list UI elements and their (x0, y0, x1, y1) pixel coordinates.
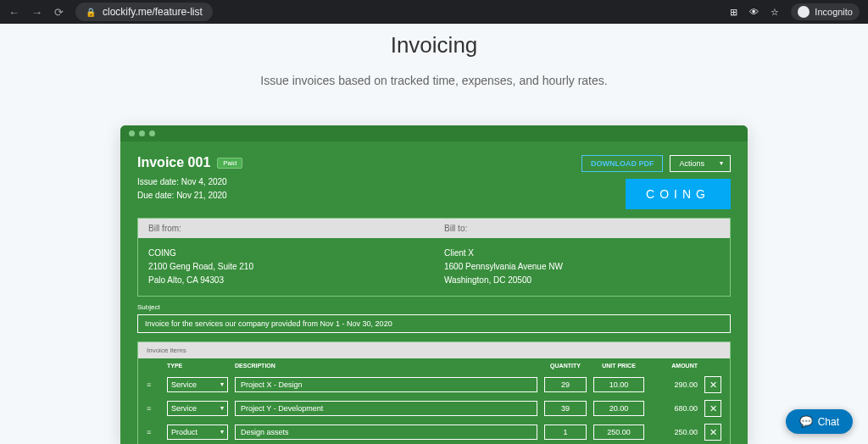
quantity-input[interactable] (544, 401, 587, 416)
item-row: ≡ Service 680.00 ✕ (138, 397, 730, 420)
description-input[interactable] (235, 377, 537, 392)
lock-icon: 🔒 (86, 8, 96, 17)
quantity-input[interactable] (544, 377, 587, 392)
amount-value: 290.00 (651, 380, 698, 389)
delete-row-button[interactable]: ✕ (704, 376, 721, 393)
unit-price-input[interactable] (593, 425, 644, 440)
bill-from-label: Bill from: (138, 219, 434, 238)
item-row: ≡ Service 290.00 ✕ (138, 373, 730, 397)
unit-price-input[interactable] (593, 377, 644, 392)
incognito-icon (798, 6, 810, 18)
item-row: ≡ Product 250.00 ✕ (138, 420, 730, 444)
description-input[interactable] (235, 425, 537, 440)
reload-button[interactable]: ⟳ (54, 6, 64, 19)
eye-icon[interactable]: 👁 (749, 7, 759, 17)
page-subtitle: Issue invoices based on tracked time, ex… (0, 74, 868, 87)
delete-row-button[interactable]: ✕ (704, 400, 721, 417)
bill-from-address: COING 2100 Geng Road, Suite 210 Palo Alt… (138, 238, 434, 296)
star-icon[interactable]: ☆ (771, 7, 779, 18)
drag-handle-icon[interactable]: ≡ (147, 428, 160, 436)
mock-titlebar (120, 125, 748, 142)
drag-handle-icon[interactable]: ≡ (147, 404, 160, 413)
type-select[interactable]: Service (167, 377, 228, 392)
subject-input[interactable] (137, 314, 731, 333)
delete-row-button[interactable]: ✕ (704, 424, 721, 441)
url-bar[interactable]: 🔒 clockify.me/feature-list (75, 3, 213, 21)
back-button[interactable]: ← (8, 6, 19, 19)
incognito-badge: Incognito (791, 3, 860, 20)
unit-price-input[interactable] (593, 401, 644, 416)
quantity-input[interactable] (544, 425, 587, 440)
download-pdf-button[interactable]: DOWNLOAD PDF (581, 155, 664, 172)
column-headers: TYPE DESCRIPTION QUANTITY UNIT PRICE AMO… (138, 358, 730, 373)
forward-button[interactable]: → (31, 6, 42, 19)
status-badge: Paid (217, 158, 242, 169)
invoice-screenshot: Invoice 001 Paid Issue date: Nov 4, 2020… (120, 125, 748, 444)
bill-to-label: Bill to: (434, 219, 730, 238)
chat-icon: 💬 (799, 415, 813, 428)
subject-label: Subject (137, 303, 731, 311)
invoice-title: Invoice 001 (137, 155, 210, 170)
drag-handle-icon[interactable]: ≡ (147, 380, 160, 389)
company-logo: COING (626, 179, 731, 209)
page-title: Invoicing (0, 32, 868, 58)
items-header: Invoice items (138, 342, 730, 358)
bill-to-address: Client X 1600 Pennsylvania Avenue NW Was… (434, 238, 730, 296)
amount-value: 250.00 (651, 428, 698, 436)
due-date: Due date: Nov 21, 2020 (137, 189, 242, 203)
url-text: clockify.me/feature-list (103, 6, 203, 18)
description-input[interactable] (235, 401, 537, 416)
amount-value: 680.00 (651, 404, 698, 413)
issue-date: Issue date: Nov 4, 2020 (137, 175, 242, 189)
type-select[interactable]: Service (167, 401, 228, 416)
chat-button[interactable]: 💬 Chat (786, 409, 853, 434)
extension-icon[interactable]: ⊞ (730, 7, 737, 18)
type-select[interactable]: Product (167, 425, 228, 440)
browser-chrome: ← → ⟳ 🔒 clockify.me/feature-list ⊞ 👁 ☆ I… (0, 0, 868, 24)
actions-dropdown[interactable]: Actions (670, 155, 731, 172)
